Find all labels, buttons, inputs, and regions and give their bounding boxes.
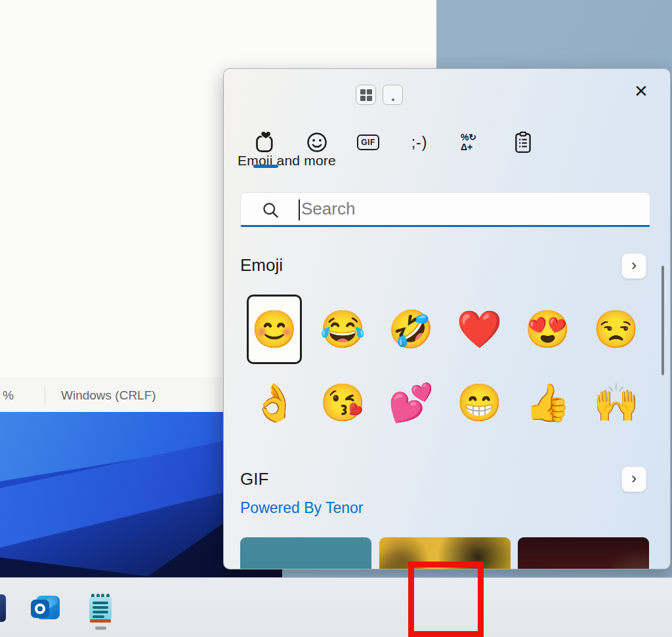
emoji-face-blowing-a-kiss[interactable]: 😘: [308, 368, 377, 438]
gif-thumbnail-theater-audience[interactable]: [518, 537, 649, 569]
symbols-icon: %↻Δ+: [461, 133, 476, 152]
emoji-and-more-panel: Emoji and more ✕ GIF ;-): [223, 68, 671, 569]
keyboard-layout-button[interactable]: [356, 85, 376, 105]
clipboard-icon: [513, 131, 534, 154]
notepad-icon: [89, 594, 112, 623]
emoji-raising-hands[interactable]: 🙌: [582, 368, 650, 438]
running-app-indicator: [95, 627, 106, 630]
emoji-ok-hand[interactable]: 👌: [240, 368, 308, 438]
screen: % Windows (CRLF) Emoji and more ✕: [0, 0, 672, 637]
partial-app-icon[interactable]: [0, 594, 6, 622]
emoji-section-expand-button[interactable]: ›: [621, 253, 646, 279]
chevron-right-icon: ›: [631, 469, 637, 487]
tenor-attribution-link[interactable]: Powered By Tenor: [240, 499, 364, 517]
emoji-beaming-face-with-smiling-eyes[interactable]: 😁: [445, 368, 513, 438]
search-box: [240, 192, 650, 227]
emoji-smiling-face-with-smiling-eyes[interactable]: 😊: [247, 295, 302, 364]
search-input[interactable]: [241, 193, 650, 225]
tab-kaomoji[interactable]: ;-): [404, 127, 434, 158]
dot-icon: [392, 98, 394, 101]
highlight-rectangle: [408, 562, 484, 637]
emoji-red-heart[interactable]: ❤️: [445, 295, 513, 364]
status-divider: [45, 387, 45, 404]
close-button[interactable]: ✕: [628, 78, 654, 104]
tab-recent[interactable]: [250, 127, 280, 158]
emoji-section-label: Emoji: [240, 255, 283, 276]
taskbar-notepad-button[interactable]: [85, 592, 116, 624]
zoom-level[interactable]: %: [3, 388, 29, 403]
emoji-thumbs-up[interactable]: 👍: [514, 368, 582, 438]
tab-gif[interactable]: GIF: [353, 127, 383, 158]
tab-emoji[interactable]: [302, 127, 332, 158]
tab-symbols[interactable]: %↻Δ+: [453, 127, 484, 158]
gif-badge-icon: GIF: [357, 134, 379, 150]
grid-icon: [360, 89, 372, 101]
emoji-unamused-face[interactable]: 😒: [582, 295, 650, 364]
panel-scrollbar[interactable]: [662, 266, 664, 375]
chevron-right-icon: ›: [631, 256, 637, 274]
emoji-smiling-face-with-heart-eyes[interactable]: 😍: [513, 295, 581, 364]
taskbar-outlook-button[interactable]: [30, 592, 62, 624]
heart-in-square-icon: [254, 131, 276, 154]
smiley-icon: [306, 132, 327, 153]
emoji-face-with-tears-of-joy[interactable]: 😂: [308, 295, 377, 364]
emoji-row-2: 👌 😘 💕 😁 👍 🙌: [240, 368, 650, 438]
emoji-two-hearts[interactable]: 💕: [377, 368, 445, 438]
gif-section-label: GIF: [240, 469, 268, 489]
kaomoji-icon: ;-): [411, 134, 428, 152]
taskbar: 10:50 AM 2/27/2025: [0, 577, 672, 637]
tab-clipboard[interactable]: [508, 127, 538, 158]
gif-thumbnail-teal-scene[interactable]: [240, 537, 371, 569]
gif-section-expand-button[interactable]: ›: [621, 466, 646, 492]
small-key-button[interactable]: [383, 85, 403, 105]
line-ending-indicator[interactable]: Windows (CRLF): [61, 388, 156, 403]
emoji-row-1: 😊 😂 🤣 ❤️ 😍 😒: [240, 295, 650, 364]
emoji-rolling-on-the-floor-laughing[interactable]: 🤣: [377, 295, 445, 364]
active-tab-indicator: [253, 165, 278, 168]
outlook-icon: [31, 594, 61, 622]
